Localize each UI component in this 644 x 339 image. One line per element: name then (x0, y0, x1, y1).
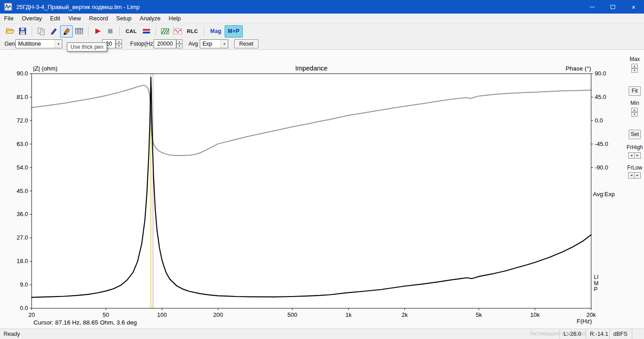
play-icon (93, 27, 102, 36)
y-left-tick-label: 9.0 (20, 281, 28, 288)
thick-pen-icon (62, 27, 71, 36)
x-tick-label: 1k (345, 311, 352, 318)
stop-button[interactable] (104, 25, 117, 38)
pen-icon (49, 27, 58, 36)
open-button[interactable] (4, 25, 16, 38)
y-left-tick-label: 0.0 (20, 305, 28, 311)
frhigh-label: FrHigh (625, 144, 644, 151)
arrow-right-button[interactable]: ► (635, 152, 641, 159)
menu-item-help[interactable]: Help (165, 14, 185, 24)
menubar: File Overlay Edit View Record Setup Anal… (0, 14, 644, 24)
titlebar: 25ГДН-3-4_Правый_вертик подвеш.lim - Lim… (0, 0, 644, 14)
stop-icon (106, 27, 115, 36)
impedance-chart[interactable]: 20501002005001k2k5k10k20k90.081.072.063.… (0, 50, 644, 329)
minimize-icon (590, 7, 595, 7)
menu-item-record[interactable]: Record (85, 14, 112, 24)
fit-button[interactable]: Fit (629, 86, 641, 96)
x-tick-label: 200 (213, 311, 223, 318)
thick-pen-button[interactable] (60, 25, 73, 38)
toolbar-separator (32, 26, 32, 36)
sine-wave-icon (173, 27, 182, 36)
reset-button[interactable]: Reset (234, 39, 259, 48)
arrow-right-button[interactable]: ► (635, 172, 641, 179)
tooltip: Use thick pen (67, 42, 107, 52)
x-tick-label: 50 (103, 311, 109, 318)
spin-up-button[interactable]: ▲ (631, 64, 638, 68)
y-left-tick-label: 72.0 (17, 117, 28, 124)
chart-area: 20501002005001k2k5k10k20k90.081.072.063.… (0, 50, 644, 329)
save-button[interactable] (16, 25, 29, 38)
x-tick-label: 100 (157, 311, 167, 318)
y-right-tick-label: -90.0 (595, 164, 608, 171)
close-button[interactable]: × (623, 0, 644, 14)
arrow-left-button[interactable]: ◄ (628, 172, 635, 179)
app-icon (4, 3, 12, 11)
y-left-tick-label: 63.0 (17, 141, 28, 147)
avg-select-value: Exp (200, 41, 221, 47)
cal-button[interactable]: CAL (122, 25, 140, 38)
mp-button[interactable]: M+P (225, 25, 243, 38)
y-right-tick-label: 0.0 (595, 117, 603, 124)
fstop-spinner: ▲ ▼ (176, 39, 183, 48)
minimize-button[interactable] (582, 0, 602, 14)
sine-wave-button[interactable] (171, 25, 184, 38)
diagonal-lines-icon (160, 27, 169, 36)
level-bars-button[interactable] (140, 25, 153, 38)
menu-item-file[interactable]: File (0, 14, 18, 24)
table-button[interactable] (73, 25, 85, 38)
y-left-tick-label: 27.0 (17, 234, 28, 241)
statusbar: Ready L:-26.0 R:-14.1 dBFS (0, 329, 644, 339)
play-button[interactable] (91, 25, 104, 38)
copy-button[interactable] (35, 25, 47, 38)
gain-spinner: ▲ ▼ (116, 39, 122, 48)
gen-label: Gen (5, 41, 15, 47)
close-icon: × (632, 3, 636, 11)
menu-item-setup[interactable]: Setup (112, 14, 136, 24)
y-right-tick-label: 90.0 (595, 70, 606, 77)
spin-down-button[interactable]: ▼ (631, 68, 638, 73)
spin-up-button[interactable]: ▲ (116, 39, 122, 44)
y-left-tick-label: 45.0 (17, 188, 28, 194)
window-title: 25ГДН-3-4_Правый_вертик подвеш.lim - Lim… (16, 4, 140, 10)
gen-select[interactable]: Multitone ▼ (15, 39, 62, 48)
spin-down-button[interactable]: ▼ (116, 44, 122, 48)
min-label: Min (625, 100, 644, 106)
min-spinner: ▲ ▼ (631, 108, 638, 117)
y-left-tick-label: 18.0 (17, 258, 28, 264)
status-left-level: L:-26.0 (559, 329, 586, 339)
arrow-left-button[interactable]: ◄ (628, 152, 635, 159)
spin-up-button[interactable]: ▲ (631, 108, 638, 112)
gen-select-value: Multitone (16, 41, 55, 47)
spin-up-button[interactable]: ▲ (176, 39, 183, 44)
spin-down-button[interactable]: ▼ (631, 112, 638, 117)
y-left-tick-label: 54.0 (17, 164, 28, 171)
maximize-button[interactable] (602, 0, 623, 14)
save-icon (18, 27, 27, 36)
status-ready: Ready (4, 331, 20, 337)
set-button[interactable]: Set (629, 130, 641, 139)
dropdown-arrow-icon: ▼ (221, 40, 228, 48)
spin-down-button[interactable]: ▼ (176, 44, 183, 48)
menu-item-analyze[interactable]: Analyze (136, 14, 165, 24)
x-tick-label: 10k (530, 311, 540, 318)
plot-background (32, 74, 591, 308)
diagonal-lines-button[interactable] (159, 25, 171, 38)
menu-item-edit[interactable]: Edit (46, 14, 64, 24)
pen-button[interactable] (47, 25, 60, 38)
rlc-button[interactable]: RLC (184, 25, 202, 38)
toolbar-separator (204, 26, 204, 36)
mag-button[interactable]: Mag (207, 25, 225, 38)
menu-item-overlay[interactable]: Overlay (18, 14, 46, 24)
avg-select[interactable]: Exp ▼ (200, 39, 228, 48)
fstop-input[interactable] (154, 39, 176, 48)
status-grip (632, 329, 644, 339)
frhigh-stepper: ◄ ► (628, 152, 641, 159)
status-units: dBFS (609, 329, 632, 339)
table-icon (75, 27, 84, 36)
y-left-tick-label: 81.0 (17, 94, 28, 100)
y-left-tick-label: 90.0 (17, 70, 28, 77)
frlow-label: FrLow (625, 165, 644, 171)
open-folder-icon (5, 27, 14, 36)
x-tick-label: 5k (476, 311, 482, 318)
menu-item-view[interactable]: View (64, 14, 85, 24)
